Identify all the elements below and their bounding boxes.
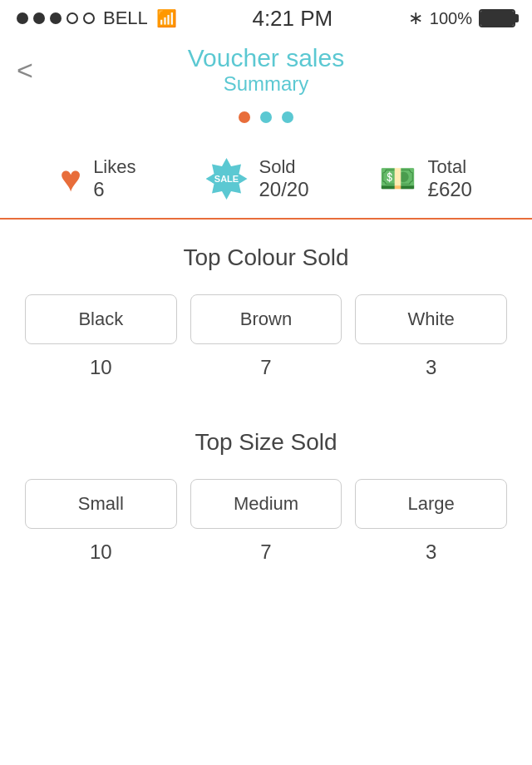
battery-fill (480, 11, 514, 26)
top-size-section: Top Size Sold Small 10 Medium 7 Large 3 (0, 404, 532, 572)
size-count-small: 10 (90, 540, 112, 564)
colour-btn-brown[interactable]: Brown (190, 294, 342, 344)
pagination-dot-1[interactable] (239, 111, 250, 123)
size-btn-large[interactable]: Large (355, 479, 507, 529)
total-value: £620 (428, 178, 472, 201)
battery-container (479, 9, 515, 27)
signal-dot-1 (17, 12, 28, 24)
colour-item-black: Black 10 (25, 294, 177, 379)
size-item-medium: Medium 7 (190, 479, 342, 564)
size-grid: Small 10 Medium 7 Large 3 (17, 479, 515, 564)
likes-text: Likes 6 (93, 156, 135, 201)
sold-stat: SALE Sold 20/20 (206, 156, 309, 201)
status-bar: BELL 📶 4:21 PM ∗ 100% (0, 0, 532, 37)
battery-icon (479, 9, 515, 27)
colour-grid: Black 10 Brown 7 White 3 (17, 294, 515, 379)
size-btn-small[interactable]: Small (25, 479, 177, 529)
top-colour-title: Top Colour Sold (17, 244, 515, 271)
sold-label: Sold (259, 156, 309, 178)
total-text: Total £620 (428, 156, 472, 201)
bluetooth-icon: ∗ (408, 7, 423, 29)
signal-dot-2 (33, 12, 45, 24)
signal-dot-3 (50, 12, 62, 24)
top-colour-section: Top Colour Sold Black 10 Brown 7 White 3 (0, 220, 532, 387)
pagination-dot-3[interactable] (282, 111, 293, 123)
colour-count-black: 10 (90, 356, 112, 379)
status-time: 4:21 PM (252, 6, 332, 32)
status-right: ∗ 100% (408, 7, 515, 29)
status-left: BELL 📶 (17, 7, 177, 29)
battery-percent: 100% (430, 9, 472, 28)
colour-btn-black[interactable]: Black (25, 294, 177, 344)
size-item-small: Small 10 (25, 479, 177, 564)
sale-badge-icon: SALE (206, 158, 248, 200)
stats-row: ♥ Likes 6 SALE Sold 20/20 💵 Total £620 (0, 140, 532, 220)
likes-label: Likes (93, 156, 135, 178)
colour-item-brown: Brown 7 (190, 294, 342, 379)
colour-btn-white[interactable]: White (355, 294, 507, 344)
size-count-large: 3 (426, 540, 436, 564)
carrier-label: BELL (103, 7, 148, 29)
colour-count-white: 3 (426, 356, 436, 379)
likes-value: 6 (93, 178, 135, 201)
signal-dot-4 (66, 12, 78, 24)
size-count-medium: 7 (260, 540, 271, 564)
signal-dot-5 (83, 12, 95, 24)
size-btn-medium[interactable]: Medium (190, 479, 342, 529)
nav-bar: < Voucher sales Summary (0, 37, 532, 103)
back-button[interactable]: < (17, 56, 33, 84)
sold-text: Sold 20/20 (259, 156, 309, 201)
size-item-large: Large 3 (355, 479, 507, 564)
page-subtitle: Summary (188, 72, 344, 96)
colour-item-white: White 3 (355, 294, 507, 379)
colour-count-brown: 7 (260, 356, 271, 379)
nav-title-container: Voucher sales Summary (188, 44, 344, 96)
pagination-dot-2[interactable] (260, 111, 272, 123)
total-stat: 💵 Total £620 (379, 156, 472, 201)
likes-stat: ♥ Likes 6 (60, 156, 135, 201)
money-icon: 💵 (379, 161, 416, 196)
divider (0, 387, 532, 404)
total-label: Total (428, 156, 472, 178)
wifi-icon: 📶 (156, 8, 177, 28)
page-title: Voucher sales (188, 44, 344, 72)
heart-icon: ♥ (60, 158, 81, 200)
top-size-title: Top Size Sold (17, 429, 515, 456)
sold-value: 20/20 (259, 178, 309, 201)
pagination-dots (0, 103, 532, 140)
